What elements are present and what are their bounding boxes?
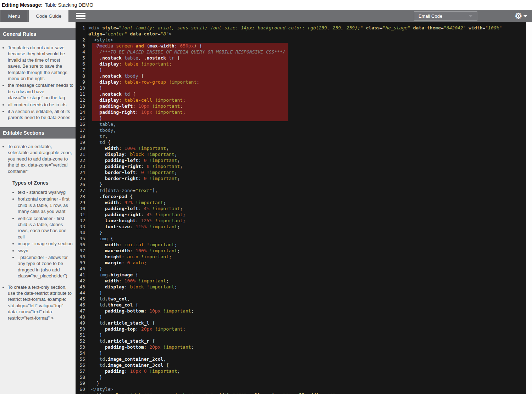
line-number: 7 — [76, 67, 87, 73]
hamburger-menu-icon[interactable] — [76, 13, 85, 20]
code-line[interactable]: 43 display: block !important; — [76, 284, 526, 290]
code-line[interactable]: 30 padding-left: 4% !important; — [76, 206, 526, 212]
code-line[interactable]: 15 } — [76, 115, 526, 121]
code-line[interactable]: 34 } — [76, 230, 526, 236]
code-line[interactable]: 5 .nostack table, .nostack tr { — [76, 55, 526, 61]
code-line[interactable]: 6 display: table !important; — [76, 61, 526, 67]
code-line[interactable]: 9 display: table-row-group !important; — [76, 79, 526, 85]
code-line[interactable]: 7 } — [76, 67, 526, 73]
line-number: 45 — [76, 296, 87, 302]
line-number: 51 — [76, 332, 87, 338]
code-line[interactable]: 19 td { — [76, 139, 526, 145]
line-number: 27 — [76, 187, 87, 193]
code-line[interactable]: 57 padding: 10px 0 !important; — [76, 368, 526, 374]
code-line[interactable]: 48 } — [76, 314, 526, 320]
code-line[interactable]: 13 padding-left: 10px !important; — [76, 103, 526, 109]
code-line[interactable]: 44 } — [76, 290, 526, 296]
tab-menu[interactable]: Menu — [1, 10, 27, 22]
line-number: 17 — [76, 127, 87, 133]
sidebar-list: text - standard wysiwyghorizontal contai… — [0, 189, 73, 279]
code-line[interactable]: 23 padding-right: 0 !important; — [76, 163, 526, 169]
line-number: 52 — [76, 338, 87, 344]
code-line[interactable]: 27 td[data-zone="text"], — [76, 187, 526, 193]
code-line[interactable]: 52 td.article_stack_r { — [76, 338, 526, 344]
code-line[interactable]: 21 display: block !important; — [76, 151, 526, 157]
code-line[interactable]: 41 img.bigimage { — [76, 272, 526, 278]
code-line[interactable]: 54 } — [76, 350, 526, 356]
code-line[interactable]: 32 line-height: 125% !important; — [76, 218, 526, 224]
line-number: 37 — [76, 248, 87, 254]
code-line[interactable]: 28 .force-pad { — [76, 193, 526, 199]
sidebar-bullet-item: horizontal container - first child is a … — [18, 196, 73, 214]
sidebar-bullet-item: swyn — [18, 248, 73, 254]
code-line[interactable]: 17 tbody, — [76, 127, 526, 133]
code-line[interactable]: 35 img { — [76, 236, 526, 242]
code-line[interactable]: 56 td.image_container_3col { — [76, 362, 526, 368]
line-number: 5 — [76, 55, 87, 61]
code-line[interactable]: 45 td.two_col, — [76, 296, 526, 302]
code-line[interactable]: 22 padding-left: 0 !important; — [76, 157, 526, 163]
code-line[interactable]: 38 height: auto !important; — [76, 254, 526, 260]
sidebar-section-header: Editable Sections — [0, 127, 76, 139]
code-line[interactable]: 36 width: initial !important; — [76, 242, 526, 248]
code-line[interactable]: 3 @media screen and (max-width: 650px) { — [76, 43, 526, 49]
email-code-select[interactable]: Email Code — [414, 11, 477, 21]
sidebar-bullet-item: the message container needs to be a div … — [8, 82, 73, 101]
sidebar-list: To create an editable, selectable and dr… — [0, 143, 73, 174]
code-line[interactable]: 58 } — [76, 374, 526, 380]
code-line[interactable]: 11 .nostack td { — [76, 91, 526, 97]
code-line[interactable]: 12 display: table-cell !important; — [76, 97, 526, 103]
line-number: 32 — [76, 218, 87, 224]
line-number: 11 — [76, 91, 87, 97]
code-line[interactable]: 39 margin: 0 auto; — [76, 260, 526, 266]
code-line[interactable]: 14 padding-right: 10px !important; — [76, 109, 526, 115]
code-lines[interactable]: 1<div style="font-family: arial, sans-se… — [76, 22, 526, 394]
code-line[interactable]: 37 max-width: 100% !important; — [76, 248, 526, 254]
code-line[interactable]: 46 td.three_col { — [76, 302, 526, 308]
tab-code-guide[interactable]: Code Guide — [29, 10, 68, 22]
code-line[interactable]: 16 table, — [76, 121, 526, 127]
chevron-down-icon[interactable] — [523, 15, 527, 17]
line-number: 50 — [76, 326, 87, 332]
code-line[interactable]: 24 border-left: 0 !important; — [76, 169, 526, 175]
code-line[interactable]: 8 .nostack tbody { — [76, 73, 526, 79]
code-line[interactable]: 10 } — [76, 85, 526, 91]
code-line[interactable]: 53 padding-bottom: 20px !important; — [76, 344, 526, 350]
code-line[interactable]: 40 } — [76, 266, 526, 272]
code-line[interactable]: 49 td.article_stack_l { — [76, 320, 526, 326]
line-number: 1 — [76, 25, 87, 37]
line-number: 53 — [76, 344, 87, 350]
line-number: 8 — [76, 73, 87, 79]
code-line[interactable]: 4 /***TO BE PLACED INSIDE OF MEDIA QUERY… — [76, 49, 526, 55]
code-line[interactable]: 29 width: 92% !important; — [76, 199, 526, 206]
sidebar-bullet-item: Templates do not auto-save because they … — [8, 45, 73, 81]
line-number: 59 — [76, 380, 87, 386]
code-line[interactable]: 1<div style="font-family: arial, sans-se… — [76, 25, 526, 37]
line-number: 9 — [76, 79, 87, 85]
code-line[interactable]: 50 padding-top: 20px !important; — [76, 326, 526, 332]
sidebar-list: Templates do not auto-save because they … — [0, 45, 73, 121]
line-number: 60 — [76, 386, 87, 392]
line-number: 49 — [76, 320, 87, 326]
code-line[interactable]: 2 <style> — [76, 37, 526, 43]
code-line[interactable]: 18 tr, — [76, 133, 526, 139]
gear-icon[interactable]: ⚙ — [515, 11, 522, 21]
line-number: 3 — [76, 43, 87, 49]
line-number: 46 — [76, 302, 87, 308]
code-line[interactable]: 47 padding-bottom: 10px !important; — [76, 308, 526, 314]
code-line[interactable]: 60 </style> — [76, 386, 526, 392]
code-line[interactable]: 61<table style="width:650px; margin-bott… — [76, 392, 526, 394]
code-line[interactable]: 26 } — [76, 181, 526, 187]
line-number: 29 — [76, 199, 87, 206]
code-line[interactable]: 33 font-size: 115% !important; — [76, 224, 526, 230]
code-line[interactable]: 42 width: 100% !important; — [76, 278, 526, 284]
line-number: 41 — [76, 272, 87, 278]
code-line[interactable]: 55 td.image_container_2col, — [76, 356, 526, 362]
code-line[interactable]: 51 } — [76, 332, 526, 338]
code-line[interactable]: 25 border-right: 0 !important; — [76, 175, 526, 181]
code-editor[interactable]: 1<div style="font-family: arial, sans-se… — [76, 22, 526, 394]
code-line[interactable]: 31 padding-right: 4% !important; — [76, 212, 526, 218]
code-line[interactable]: 59 } — [76, 380, 526, 386]
line-number: 10 — [76, 85, 87, 91]
code-line[interactable]: 20 width: 100% !important; — [76, 145, 526, 151]
